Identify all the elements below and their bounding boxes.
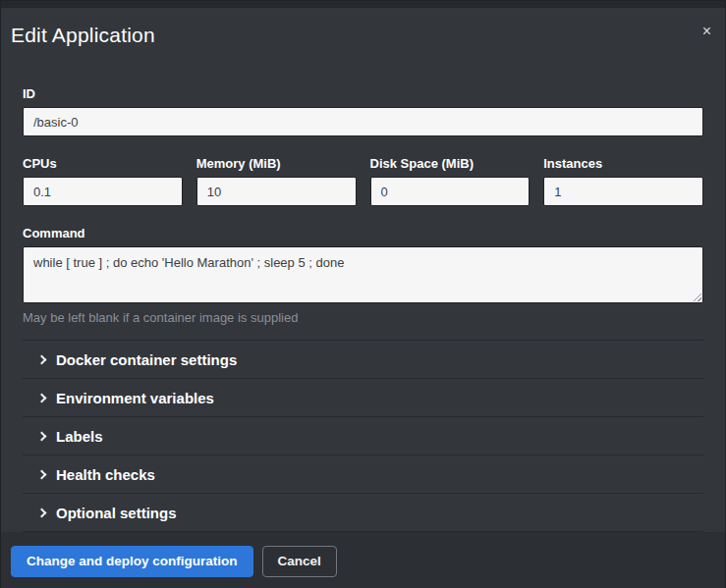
chevron-right-icon xyxy=(37,393,47,402)
cancel-button[interactable]: Cancel xyxy=(262,546,337,577)
edit-application-modal: Edit Application × ID CPUs Memory (MiB) … xyxy=(0,0,726,588)
resources-row: CPUs Memory (MiB) Disk Space (MiB) Insta… xyxy=(23,156,703,206)
disk-label: Disk Space (MiB) xyxy=(370,156,531,171)
section-labels[interactable]: Labels xyxy=(23,417,703,455)
memory-label: Memory (MiB) xyxy=(196,156,357,171)
memory-field-group: Memory (MiB) xyxy=(196,156,357,206)
command-textarea[interactable]: while [ true ] ; do echo 'Hello Marathon… xyxy=(23,246,703,303)
close-icon[interactable]: × xyxy=(702,24,711,39)
id-input[interactable] xyxy=(23,107,703,136)
chevron-right-icon xyxy=(37,354,47,364)
cpus-input[interactable] xyxy=(23,177,183,206)
command-label: Command xyxy=(23,226,703,241)
command-textarea-wrap: while [ true ] ; do echo 'Hello Marathon… xyxy=(23,246,703,303)
section-health-checks[interactable]: Health checks xyxy=(23,455,703,494)
section-label: Labels xyxy=(56,428,103,445)
command-help-text: May be left blank if a container image i… xyxy=(23,310,703,325)
section-environment-variables[interactable]: Environment variables xyxy=(23,379,703,417)
section-optional-settings[interactable]: Optional settings xyxy=(23,494,703,532)
modal-body: ID CPUs Memory (MiB) Disk Space (MiB) In… xyxy=(1,71,725,532)
cpus-field-group: CPUs xyxy=(23,156,183,206)
instances-input[interactable] xyxy=(543,177,703,206)
chevron-right-icon xyxy=(37,469,47,479)
change-and-deploy-button[interactable]: Change and deploy configuration xyxy=(11,546,253,577)
section-label: Optional settings xyxy=(56,505,177,521)
modal-header: Edit Application × xyxy=(1,8,725,71)
section-docker-container-settings[interactable]: Docker container settings xyxy=(23,341,703,379)
disk-input[interactable] xyxy=(370,177,531,206)
disk-field-group: Disk Space (MiB) xyxy=(370,156,531,206)
chevron-right-icon xyxy=(37,508,47,517)
modal-title: Edit Application xyxy=(11,24,709,47)
section-label: Environment variables xyxy=(56,390,214,406)
cpus-label: CPUs xyxy=(23,156,183,171)
id-label: ID xyxy=(23,86,703,101)
section-label: Health checks xyxy=(56,466,155,483)
instances-field-group: Instances xyxy=(543,156,703,206)
instances-label: Instances xyxy=(543,156,703,171)
section-label: Docker container settings xyxy=(56,351,237,368)
collapsible-sections: Docker container settings Environment va… xyxy=(23,340,703,532)
modal-top-edge xyxy=(1,1,725,8)
modal-footer: Change and deploy configuration Cancel xyxy=(1,532,725,588)
id-field-group: ID xyxy=(23,86,703,136)
command-field-group: Command while [ true ] ; do echo 'Hello … xyxy=(23,226,703,325)
chevron-right-icon xyxy=(37,431,47,441)
memory-input[interactable] xyxy=(196,177,357,206)
